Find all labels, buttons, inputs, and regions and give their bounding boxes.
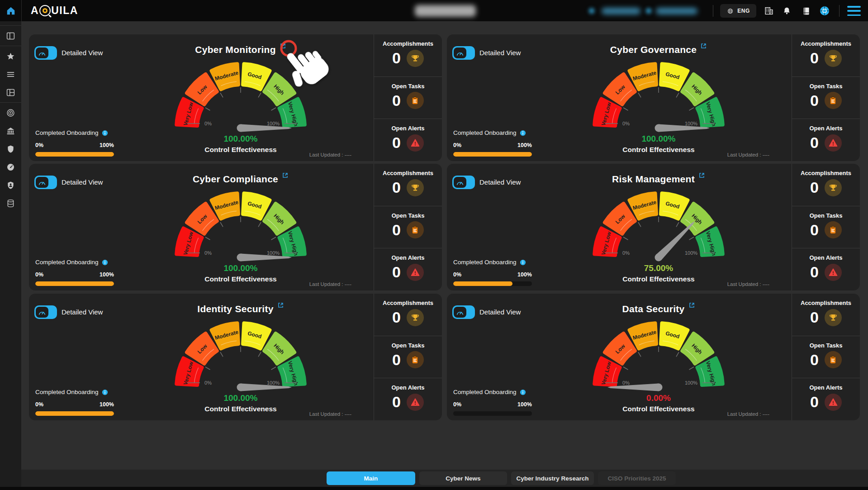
detailed-view-toggle[interactable] <box>34 46 57 60</box>
language-selector[interactable]: ENG <box>720 4 756 18</box>
help-button[interactable] <box>819 5 830 16</box>
onboarding-progressbar <box>453 281 532 286</box>
svg-text:0%: 0% <box>622 250 630 256</box>
bell-icon <box>782 6 792 16</box>
tab-main[interactable]: Main <box>327 471 415 485</box>
stat-open-tasks: Open Tasks 0 <box>792 76 860 119</box>
alert-triangle-icon <box>407 264 424 281</box>
effectiveness-gauge: Very LowLowModerateGoodHighVery High0%10… <box>591 60 726 134</box>
menu-icon <box>847 6 861 8</box>
detailed-view-toggle[interactable] <box>452 176 475 189</box>
sidebar-item-dashboard[interactable] <box>0 83 21 101</box>
brand-logo: AQUILA AUILA <box>31 5 78 17</box>
detailed-view-toggle[interactable] <box>34 176 57 189</box>
tab-cyber-industry-research[interactable]: Cyber Industry Research <box>511 471 594 485</box>
external-link-icon[interactable] <box>277 302 284 310</box>
bottom-tab-bar: MainCyber NewsCyber Industry ResearchCIS… <box>21 470 868 487</box>
star-icon <box>6 52 15 61</box>
gauge-icon <box>6 162 15 172</box>
open-alerts-count: 0 <box>810 393 819 411</box>
external-link-icon[interactable] <box>688 302 695 310</box>
stat-accomplishments: Accomplishments 0 <box>374 164 442 206</box>
onboarding-progress-fill <box>35 152 114 157</box>
sidebar-item-institution[interactable] <box>0 122 21 140</box>
topbar-divider <box>839 5 840 17</box>
info-icon[interactable] <box>102 130 108 136</box>
range-min: 0% <box>453 271 461 278</box>
detailed-view-toggle[interactable] <box>452 46 475 60</box>
database-icon <box>6 199 15 208</box>
sidebar-item-database[interactable] <box>0 194 21 212</box>
main-menu-button[interactable] <box>847 6 861 16</box>
open-alerts-count: 0 <box>810 263 819 281</box>
svg-text:0%: 0% <box>204 250 212 256</box>
documentation-button[interactable] <box>801 5 811 16</box>
effectiveness-value: 100.00% <box>173 263 308 273</box>
dashboard-main: Detailed View Cyber Monitoring Very LowL… <box>21 21 868 487</box>
detailed-view-toggle[interactable] <box>34 305 57 319</box>
external-link-icon[interactable] <box>282 172 289 181</box>
detailed-view-toggle[interactable] <box>452 305 475 319</box>
tab-ciso-priorities-2025[interactable]: CISO Priorities 2025 <box>598 471 676 485</box>
detailed-view-label: Detailed View <box>62 49 103 57</box>
open-alerts-count: 0 <box>392 134 401 152</box>
info-icon[interactable] <box>520 259 526 266</box>
trophy-icon <box>825 179 842 196</box>
tab-cyber-news[interactable]: Cyber News <box>419 471 507 485</box>
external-link-icon[interactable] <box>700 43 707 51</box>
accomplishments-count: 0 <box>392 309 401 326</box>
range-max: 100% <box>100 142 114 148</box>
notifications-button[interactable] <box>781 5 792 16</box>
onboarding-range: 0% 100% <box>35 142 114 148</box>
layout-grid-icon <box>6 88 15 97</box>
redacted-user-icon <box>589 8 594 14</box>
sidebar-item-panels[interactable] <box>0 27 21 45</box>
book-icon <box>802 6 811 16</box>
info-icon[interactable] <box>102 259 108 266</box>
alert-triangle-icon <box>407 394 424 411</box>
open-tasks-count: 0 <box>810 92 819 109</box>
sidebar-item-security[interactable] <box>0 140 21 158</box>
open-tasks-count: 0 <box>392 351 401 369</box>
card-stats-column: Accomplishments 0 <box>374 294 442 420</box>
sidebar-divider <box>0 46 21 46</box>
home-button[interactable] <box>0 0 22 21</box>
svg-text:0%: 0% <box>622 380 630 385</box>
onboarding-progress-fill <box>453 281 512 286</box>
last-updated: Last Updated : ---- <box>309 411 351 417</box>
stat-open-alerts: Open Alerts 0 <box>374 119 442 161</box>
redacted-org-text <box>656 8 697 14</box>
mini-gauge-icon <box>38 309 46 316</box>
stat-open-tasks: Open Tasks 0 <box>792 206 860 248</box>
help-lifesaver-icon <box>819 5 830 16</box>
external-link-icon[interactable] <box>698 172 705 181</box>
svg-text:0%: 0% <box>204 380 212 385</box>
info-icon[interactable] <box>520 389 526 395</box>
domain-card-identity-security: Detailed View Identity Security Very Low… <box>29 294 442 420</box>
trophy-icon <box>407 50 424 67</box>
info-icon[interactable] <box>102 389 108 395</box>
toggle-knob <box>36 177 48 188</box>
redacted-user-text <box>602 8 640 14</box>
range-min: 0% <box>35 401 43 408</box>
clipboard-icon <box>407 221 424 238</box>
svg-text:100%: 100% <box>685 250 697 256</box>
external-link-icon[interactable] <box>280 43 286 51</box>
trophy-icon <box>407 309 424 326</box>
svg-text:100%: 100% <box>267 250 280 256</box>
onboarding-range: 0% 100% <box>453 271 532 278</box>
mini-gauge-icon <box>38 50 46 57</box>
sidebar-item-identity[interactable] <box>0 176 21 194</box>
sidebar-item-gauge[interactable] <box>0 158 21 176</box>
clipboard-icon <box>825 221 842 238</box>
svg-text:100%: 100% <box>267 380 280 385</box>
sidebar-item-menu-list[interactable] <box>0 65 21 83</box>
alert-triangle-icon <box>825 134 842 152</box>
sidebar-item-favorites[interactable] <box>0 47 21 65</box>
stat-open-tasks: Open Tasks 0 <box>374 76 442 119</box>
sidebar-item-radar[interactable] <box>0 104 21 122</box>
organization-button[interactable] <box>764 5 774 16</box>
range-max: 100% <box>517 401 532 408</box>
svg-text:0%: 0% <box>204 121 212 126</box>
info-icon[interactable] <box>520 130 526 136</box>
